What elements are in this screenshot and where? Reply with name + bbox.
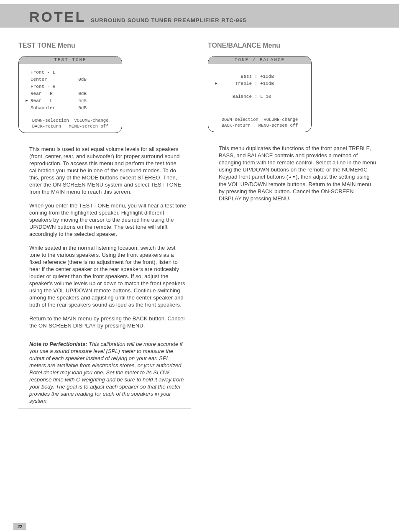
left-column: TEST TONE Menu TEST TONE Front - L Cente… (18, 42, 191, 409)
content: TEST TONE Menu TEST TONE Front - L Cente… (0, 28, 399, 409)
osd-sep: : (252, 93, 260, 100)
page-number: 22 (13, 523, 26, 530)
osd-row: ▶ Treble : +10dB (212, 80, 307, 87)
down-triangle-icon: ▼ (292, 174, 296, 181)
section-title-test-tone: TEST TONE Menu (18, 42, 191, 49)
osd-label: Rear - R (31, 90, 66, 97)
osd-body: Bass : +10dB ▶ Treble : +10dB Balance (208, 64, 311, 114)
header-bar: ROTEL SURROUND SOUND TUNER PREAMPLIFIER … (0, 4, 399, 28)
osd-test-tone: TEST TONE Front - L Center 0dB Front (18, 56, 122, 133)
osd-sep: : (252, 80, 260, 87)
osd-value: -5dB (66, 97, 87, 105)
osd-value: 0dB (66, 90, 87, 97)
paragraph: This menu is used to set equal volume le… (18, 146, 191, 195)
section-title-tone-balance: TONE/BALANCE Menu (208, 42, 381, 49)
osd-footer-line: BACK-return MENU-screen off (222, 123, 298, 128)
note-text: Note to Perfectionists: This calibration… (29, 340, 187, 404)
osd-footer: DOWN-selection VOLUME-change BACK-return… (19, 115, 122, 133)
osd-row: Subwoofer 0dB (23, 105, 118, 112)
paragraph: When you enter the TEST TONE menu, you w… (18, 202, 191, 238)
osd-label: Front - R (31, 83, 66, 90)
osd-footer-line: DOWN-selection VOLUME-change (222, 117, 298, 122)
osd-row: Bass : +10dB (212, 73, 307, 80)
osd-sep: : (252, 73, 260, 80)
osd-value: L 10 (260, 93, 281, 100)
osd-title: TEST TONE (19, 56, 122, 64)
body-text: This menu duplicates the functions of th… (208, 145, 381, 202)
osd-label: Center (31, 76, 66, 83)
osd-value: +10dB (260, 80, 281, 87)
osd-footer: DOWN-selection VOLUME-change BACK-return… (208, 114, 311, 132)
brand-logo: ROTEL (29, 9, 86, 28)
right-column: TONE/BALANCE Menu TONE / BALANCE Bass : … (208, 42, 381, 409)
note-label: Note to Perfectionists: (29, 341, 87, 347)
body-text: This menu is used to set equal volume le… (18, 146, 191, 329)
osd-row: Balance : L 10 (212, 93, 307, 100)
osd-label: Treble (220, 80, 252, 87)
osd-footer-line: DOWN-selection VOLUME-change (32, 118, 109, 123)
osd-label: Bass (220, 73, 252, 80)
header-title: SURROUND SOUND TUNER PREAMPLIFIER RTC-96… (91, 17, 246, 28)
osd-row: Center 0dB (23, 76, 118, 83)
osd-title: TONE / BALANCE (208, 56, 311, 64)
cursor-icon: ▶ (23, 97, 31, 105)
note-box: Note to Perfectionists: This calibration… (18, 336, 191, 409)
osd-value: +10dB (260, 73, 281, 80)
osd-body: Front - L Center 0dB Front - R (19, 64, 122, 115)
osd-tone-balance: TONE / BALANCE Bass : +10dB ▶ Treble : +… (208, 56, 312, 132)
osd-row: ▶ Rear - L -5dB (23, 97, 118, 105)
up-triangle-icon: ▲ (288, 174, 292, 181)
osd-label: Front - L (31, 69, 66, 76)
osd-row: Rear - R 0dB (23, 90, 118, 97)
osd-footer-line: BACK-return MENU-screen off (32, 124, 109, 129)
paragraph: This menu duplicates the functions of th… (208, 145, 381, 202)
paragraph: Return to the MAIN menu by pressing the … (18, 315, 191, 329)
osd-label: Balance (220, 93, 252, 100)
osd-label: Subwoofer (31, 105, 66, 112)
cursor-icon: ▶ (212, 80, 220, 87)
osd-row: Front - R (23, 83, 118, 90)
osd-value: 0dB (66, 105, 87, 112)
osd-value: 0dB (66, 76, 87, 83)
page: ROTEL SURROUND SOUND TUNER PREAMPLIFIER … (0, 4, 399, 532)
osd-label: Rear - L (31, 97, 66, 105)
note-body: This calibration will be more accurate i… (29, 341, 184, 404)
paragraph: While seated in the normal listening loc… (18, 244, 191, 308)
osd-row: Front - L (23, 69, 118, 76)
